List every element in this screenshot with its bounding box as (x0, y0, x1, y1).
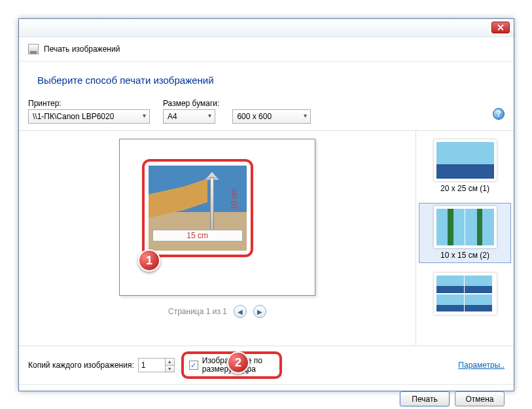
paper-size-select[interactable]: A4 (163, 109, 215, 124)
badge-1: 1 (138, 249, 160, 272)
prev-page-button[interactable]: ◀ (234, 305, 247, 318)
parameters-link[interactable]: Параметры.. (458, 361, 505, 370)
layout-option-3[interactable] (419, 270, 511, 321)
copies-input[interactable] (139, 359, 165, 372)
highlight-1: 10 cm 15 cm (142, 159, 253, 257)
vertical-arrow-icon (204, 172, 221, 238)
layout-option-2[interactable]: 10 x 15 см (2) (419, 203, 511, 263)
spin-up[interactable]: ▲ (165, 359, 174, 366)
spin-down[interactable]: ▼ (165, 366, 174, 372)
dim-vertical: 10 cm (230, 188, 239, 210)
preview-pane: 10 cm 15 cm 1 Страница 1 из 1 ◀ ▶ (19, 131, 416, 346)
layout-label: 20 x 25 см (1) (422, 184, 508, 193)
layout-option-1[interactable]: 20 x 25 см (1) (419, 136, 511, 196)
titlebar (19, 19, 514, 37)
heading: Выберите способ печати изображений (19, 62, 514, 96)
copies-spinner[interactable]: ▲▼ (138, 358, 175, 372)
help-icon[interactable]: ? (493, 108, 505, 120)
preview-page: 10 cm 15 cm 1 (119, 139, 315, 296)
copies-label: Копий каждого изображения: (28, 361, 134, 370)
resolution-select[interactable]: 600 x 600 (232, 109, 311, 124)
badge-2: 2 (227, 351, 249, 374)
printer-icon (28, 44, 39, 54)
header: Печать изображений (19, 37, 514, 62)
window-title: Печать изображений (44, 44, 120, 54)
fit-frame-checkbox[interactable]: ✓ (189, 361, 198, 370)
preview-image: 10 cm 15 cm (149, 166, 247, 251)
dim-horizontal: 15 cm (152, 230, 243, 241)
button-row: Печать Отмена (19, 384, 514, 409)
bottom-row: Копий каждого изображения: ▲▼ ✓ Изображе… (19, 346, 514, 384)
options-row: Принтер: \\1-ПК\Canon LBP6020 Размер бум… (19, 96, 514, 131)
print-dialog: Печать изображений Выберите способ печат… (18, 18, 514, 391)
printer-select[interactable]: \\1-ПК\Canon LBP6020 (28, 109, 150, 124)
print-button[interactable]: Печать (400, 391, 450, 406)
paper-size-label: Размер бумаги: (163, 99, 219, 108)
next-page-button[interactable]: ▶ (253, 305, 266, 318)
layout-sidebar[interactable]: 20 x 25 см (1) 10 x 15 см (2) (416, 131, 514, 346)
printer-label: Принтер: (28, 99, 150, 108)
cancel-button[interactable]: Отмена (455, 391, 505, 406)
layout-label: 10 x 15 см (2) (422, 251, 508, 260)
page-info: Страница 1 из 1 (168, 307, 227, 316)
close-button[interactable] (491, 22, 510, 33)
